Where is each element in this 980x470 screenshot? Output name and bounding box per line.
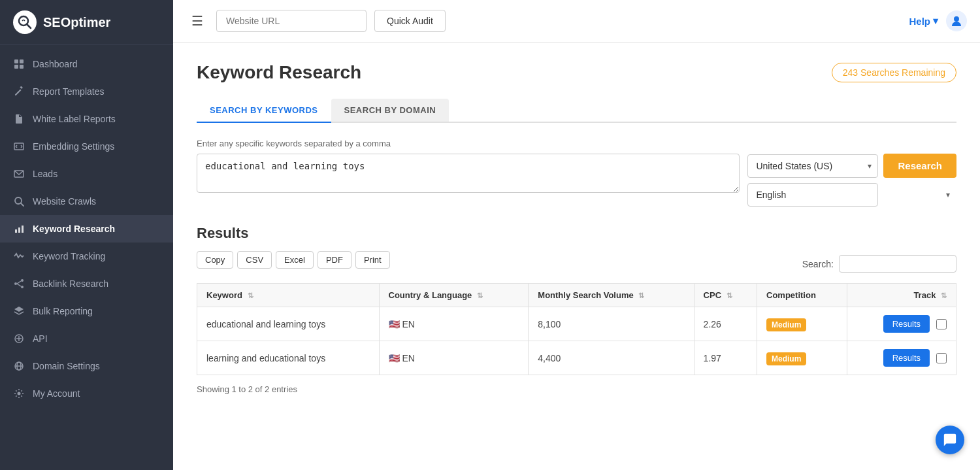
flag-icon-2: 🇺🇸 bbox=[389, 353, 400, 363]
track-checkbox-1[interactable] bbox=[936, 319, 947, 329]
share-icon bbox=[13, 278, 25, 290]
results-table: Keyword ⇅ Country & Language ⇅ Monthly S… bbox=[197, 283, 956, 375]
sidebar-item-api[interactable]: API bbox=[0, 325, 173, 352]
sidebar-label-api: API bbox=[33, 333, 48, 344]
col-country-language: Country & Language ⇅ bbox=[379, 284, 529, 307]
page-title: Keyword Research bbox=[197, 62, 361, 83]
language-2: EN bbox=[402, 353, 414, 363]
keyword-input[interactable]: educational and learning toys bbox=[197, 154, 740, 193]
sidebar-item-my-account[interactable]: My Account bbox=[0, 380, 173, 407]
language-select[interactable]: English Spanish French German bbox=[747, 183, 878, 207]
tab-search-by-domain[interactable]: SEARCH BY DOMAIN bbox=[331, 99, 449, 122]
sidebar-item-leads[interactable]: Leads bbox=[0, 160, 173, 188]
col-cpc: CPC ⇅ bbox=[694, 284, 757, 307]
results-title: Results bbox=[197, 225, 956, 242]
api-icon bbox=[13, 333, 25, 344]
sort-keyword-icon[interactable]: ⇅ bbox=[248, 292, 253, 299]
help-label: Help bbox=[909, 16, 930, 27]
help-button[interactable]: Help ▾ bbox=[909, 15, 938, 27]
sidebar-item-embedding[interactable]: Embedding Settings bbox=[0, 133, 173, 160]
sort-volume-icon[interactable]: ⇅ bbox=[638, 292, 644, 299]
cell-competition-1: Medium bbox=[757, 307, 847, 341]
content-header: Keyword Research 243 Searches Remaining bbox=[197, 62, 956, 83]
settings-icon bbox=[13, 388, 25, 399]
search-label: Search: bbox=[802, 259, 834, 269]
searches-remaining-badge: 243 Searches Remaining bbox=[832, 63, 956, 82]
pdf-button[interactable]: PDF bbox=[318, 251, 351, 269]
sidebar-nav: Dashboard Report Templates White Label R… bbox=[0, 45, 173, 470]
activity-icon bbox=[13, 250, 25, 262]
embed-icon bbox=[13, 141, 25, 152]
sidebar-item-keyword-tracking[interactable]: Keyword Tracking bbox=[0, 243, 173, 270]
main-wrapper: ☰ Quick Audit Help ▾ Keyword Research 24… bbox=[173, 0, 980, 470]
svg-line-1 bbox=[27, 24, 31, 28]
svg-rect-2 bbox=[14, 59, 18, 63]
sidebar-item-keyword-research[interactable]: Keyword Research bbox=[0, 215, 173, 243]
results-button-1[interactable]: Results bbox=[883, 315, 930, 333]
url-input[interactable] bbox=[216, 10, 367, 32]
sidebar-label-backlink-research: Backlink Research bbox=[33, 278, 108, 289]
sidebar-label-report-templates: Report Templates bbox=[33, 86, 104, 97]
col-track: Track ⇅ bbox=[847, 284, 956, 307]
table-search-area: Search: bbox=[802, 255, 956, 273]
file-icon bbox=[13, 113, 25, 125]
language-1: EN bbox=[402, 319, 414, 329]
hamburger-button[interactable]: ☰ bbox=[186, 10, 208, 31]
cell-track-2: Results bbox=[847, 341, 956, 375]
showing-entries-text: Showing 1 to 2 of 2 entries bbox=[197, 384, 956, 394]
track-checkbox-2[interactable] bbox=[936, 353, 947, 363]
excel-button[interactable]: Excel bbox=[276, 251, 314, 269]
quick-audit-button[interactable]: Quick Audit bbox=[374, 10, 446, 32]
cell-country-language-2: 🇺🇸 EN bbox=[379, 341, 529, 375]
svg-rect-14 bbox=[15, 229, 17, 233]
globe-icon bbox=[13, 360, 25, 372]
svg-line-7 bbox=[16, 145, 17, 146]
bar-chart-icon bbox=[13, 223, 25, 235]
edit-icon bbox=[13, 86, 25, 97]
svg-line-9 bbox=[21, 145, 22, 146]
logo-text: SEOptimer bbox=[43, 15, 110, 30]
cell-volume-2: 4,400 bbox=[529, 341, 694, 375]
sort-country-icon[interactable]: ⇅ bbox=[477, 292, 483, 299]
cell-keyword-1: educational and learning toys bbox=[197, 307, 380, 341]
svg-point-27 bbox=[18, 392, 21, 395]
sidebar-item-website-crawls[interactable]: Website Crawls bbox=[0, 188, 173, 215]
svg-rect-15 bbox=[18, 227, 20, 233]
print-button[interactable]: Print bbox=[355, 251, 390, 269]
sidebar-item-report-templates[interactable]: Report Templates bbox=[0, 78, 173, 105]
sidebar-item-backlink-research[interactable]: Backlink Research bbox=[0, 270, 173, 297]
country-select[interactable]: United States (US) United Kingdom (GB) C… bbox=[747, 154, 878, 178]
competition-badge-1: Medium bbox=[766, 318, 806, 331]
svg-rect-5 bbox=[20, 65, 24, 69]
sidebar-item-bulk-reporting[interactable]: Bulk Reporting bbox=[0, 297, 173, 325]
svg-rect-16 bbox=[22, 226, 24, 233]
sidebar-item-white-label[interactable]: White Label Reports bbox=[0, 105, 173, 133]
sidebar-label-my-account: My Account bbox=[33, 388, 80, 399]
sidebar-item-domain-settings[interactable]: Domain Settings bbox=[0, 352, 173, 380]
sidebar-label-embedding: Embedding Settings bbox=[33, 141, 114, 152]
results-button-2[interactable]: Results bbox=[883, 349, 930, 367]
user-avatar[interactable] bbox=[946, 10, 967, 31]
sidebar-label-leads: Leads bbox=[33, 169, 57, 179]
svg-marker-22 bbox=[14, 307, 24, 312]
sort-cpc-icon[interactable]: ⇅ bbox=[727, 292, 732, 299]
svg-rect-3 bbox=[20, 59, 24, 63]
research-button[interactable]: Research bbox=[883, 154, 956, 178]
table-search-input[interactable] bbox=[839, 255, 956, 273]
table-row: learning and educational toys 🇺🇸 EN 4,40… bbox=[197, 341, 956, 375]
col-keyword: Keyword ⇅ bbox=[197, 284, 380, 307]
tab-search-by-keywords[interactable]: SEARCH BY KEYWORDS bbox=[197, 99, 331, 123]
search-form: educational and learning toys United Sta… bbox=[197, 154, 956, 207]
sidebar-label-dashboard: Dashboard bbox=[33, 59, 78, 69]
sidebar-item-dashboard[interactable]: Dashboard bbox=[0, 50, 173, 78]
chat-bubble-button[interactable] bbox=[936, 426, 964, 454]
copy-button[interactable]: Copy bbox=[197, 251, 233, 269]
sort-track-icon[interactable]: ⇅ bbox=[941, 292, 947, 299]
table-actions: Copy CSV Excel PDF Print bbox=[197, 251, 390, 269]
csv-button[interactable]: CSV bbox=[237, 251, 272, 269]
svg-line-10 bbox=[21, 146, 22, 148]
country-select-wrapper: United States (US) United Kingdom (GB) C… bbox=[747, 154, 878, 178]
search-icon bbox=[13, 195, 25, 207]
logo-icon bbox=[13, 10, 37, 34]
logo-area: SEOptimer bbox=[0, 0, 173, 45]
